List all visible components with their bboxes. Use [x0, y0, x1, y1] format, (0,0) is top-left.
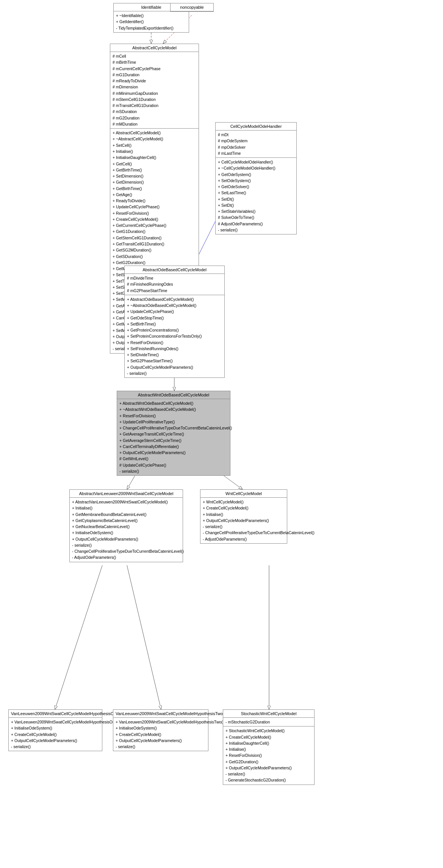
abstract-ode-based-cell-cycle-model-box: AbstractOdeBasedCellCycleModel # mDivide…: [124, 266, 225, 378]
wnt-cell-cycle-model-box: WntCellCycleModel + WntCellCycleModel() …: [200, 489, 287, 544]
wnt-cell-cycle-model-title: WntCellCycleModel: [200, 490, 287, 498]
abstract-ode-based-cell-cycle-model-methods: + AbstractOdeBasedCellCycleModel() + ~Ab…: [125, 295, 224, 377]
abstract-wnt-ode-based-cell-cycle-model-methods: + AbstractWntOdeBasedCellCycleModel() + …: [117, 399, 230, 475]
van-leeuwen-hypothesis-two-methods: + VanLeeuwen2009WntSwatCellCycleModelHyp…: [113, 718, 208, 751]
wnt-cell-cycle-model-methods: + WntCellCycleModel() + CreateCellCycleM…: [200, 498, 287, 543]
cell-cycle-model-ode-handler-box: CellCycleModelOdeHandler # mDt # mpOdeSy…: [215, 122, 297, 234]
identifiable-methods: + ~Identifiable() + GetIdentifier() - Ti…: [114, 11, 189, 32]
abstract-wnt-ode-based-cell-cycle-model-box: AbstractWntOdeBasedCellCycleModel + Abst…: [117, 391, 230, 476]
uml-diagram: Identifiable + ~Identifiable() + GetIden…: [0, 0, 443, 868]
stochastic-wnt-cell-cycle-model-methods: + StochasticWntCellCycleModel() + Create…: [223, 726, 314, 784]
stochastic-wnt-cell-cycle-model-box: StochasticWntCellCycleModel - mStochasti…: [223, 709, 315, 785]
van-leeuwen-hypothesis-two-title: VanLeeuwen2009WntSwatCellCycleModelHypot…: [113, 710, 208, 718]
abstract-cell-cycle-model-title: AbstractCellCycleModel: [110, 44, 199, 52]
stochastic-wnt-cell-cycle-model-attrs: - mStochasticG2Duration: [223, 718, 314, 726]
abstract-ode-based-cell-cycle-model-attrs: # mDivideTime # mFinishedRunningOdes # m…: [125, 274, 224, 295]
abstract-cell-cycle-model-attrs: # mCell # mBirthTime # mCurrentCellCycle…: [110, 52, 199, 129]
abstract-van-leeuwen-2009-methods: + AbstractVanLeeuwen2009WntSwatCellCycle…: [70, 498, 183, 562]
abstract-ode-based-cell-cycle-model-title: AbstractOdeBasedCellCycleModel: [125, 266, 224, 274]
svg-line-7: [55, 565, 102, 709]
van-leeuwen-hypothesis-one-methods: + VanLeeuwen2009WntSwatCellCycleModelHyp…: [9, 718, 102, 751]
abstract-van-leeuwen-2009-box: AbstractVanLeeuwen2009WntSwatCellCycleMo…: [69, 489, 183, 562]
cell-cycle-model-ode-handler-methods: + CellCycleModelOdeHandler() + ~CellCycl…: [216, 158, 296, 234]
van-leeuwen-hypothesis-two-box: VanLeeuwen2009WntSwatCellCycleModelHypot…: [113, 709, 208, 751]
van-leeuwen-hypothesis-one-title: VanLeeuwen2009WntSwatCellCycleModelHypot…: [9, 710, 102, 718]
noncopyable-box: noncopyable: [170, 3, 214, 12]
stochastic-wnt-cell-cycle-model-title: StochasticWntCellCycleModel: [223, 710, 314, 718]
noncopyable-title: noncopyable: [171, 3, 213, 11]
svg-line-8: [127, 565, 161, 709]
abstract-wnt-ode-based-cell-cycle-model-title: AbstractWntOdeBasedCellCycleModel: [117, 391, 230, 399]
cell-cycle-model-ode-handler-title: CellCycleModelOdeHandler: [216, 123, 296, 131]
abstract-van-leeuwen-2009-title: AbstractVanLeeuwen2009WntSwatCellCycleMo…: [70, 490, 183, 498]
cell-cycle-model-ode-handler-attrs: # mDt # mpOdeSystem # mpOdeSolver # mLas…: [216, 131, 296, 158]
van-leeuwen-hypothesis-one-box: VanLeeuwen2009WntSwatCellCycleModelHypot…: [8, 709, 102, 751]
